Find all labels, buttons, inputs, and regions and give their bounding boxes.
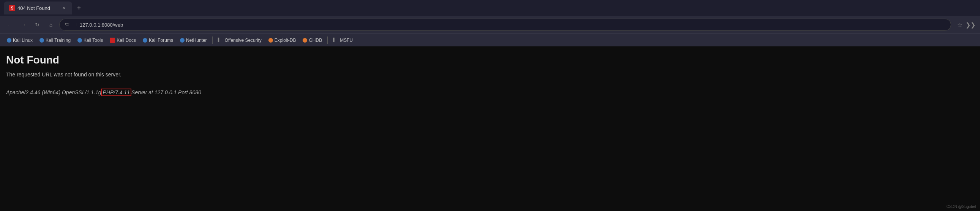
- bookmark-ghdb-label: GHDB: [309, 38, 322, 43]
- active-tab[interactable]: S 404 Not Found ×: [4, 2, 72, 14]
- new-tab-button[interactable]: +: [74, 3, 84, 13]
- nethunter-favicon: [180, 38, 185, 43]
- bookmark-msfu[interactable]: ▌ MSFU: [330, 36, 356, 45]
- bookmark-kali-forums[interactable]: Kali Forums: [140, 36, 176, 45]
- bookmark-nethunter[interactable]: NetHunter: [177, 36, 210, 45]
- kali-forums-favicon: [143, 38, 147, 43]
- bookmark-kali-forums-label: Kali Forums: [149, 38, 173, 43]
- bookmark-kali-tools[interactable]: Kali Tools: [75, 36, 106, 45]
- bookmark-offensive-security[interactable]: ▌ Offensive Security: [215, 36, 265, 45]
- msfu-favicon: ▌: [333, 38, 338, 43]
- bookmarks-bar: Kali Linux Kali Training Kali Tools Kali…: [0, 34, 980, 46]
- bookmarks-separator-2: [327, 37, 328, 44]
- back-button[interactable]: ←: [5, 19, 15, 30]
- bookmark-kali-docs[interactable]: Kali Docs: [107, 36, 139, 45]
- pocket-button[interactable]: ❯❯: [966, 21, 975, 29]
- page-content: Not Found The requested URL was not foun…: [0, 46, 980, 211]
- bookmark-offensive-security-label: Offensive Security: [225, 38, 262, 43]
- bookmarks-separator: [212, 37, 213, 44]
- bookmark-kali-linux-label: Kali Linux: [13, 38, 33, 43]
- bookmark-kali-tools-label: Kali Tools: [84, 38, 103, 43]
- forward-button[interactable]: →: [18, 19, 29, 30]
- address-bar[interactable]: 🛡 ☐ 127.0.0.1:8080/web: [59, 19, 951, 31]
- bookmark-star-button[interactable]: ☆: [957, 21, 963, 29]
- tab-title: 404 Not Found: [18, 5, 50, 11]
- page-subtitle: The requested URL was not found on this …: [6, 72, 974, 78]
- kali-docs-favicon: [110, 38, 115, 43]
- navigation-bar: ← → ↻ ⌂ 🛡 ☐ 127.0.0.1:8080/web ☆ ❯❯: [0, 16, 980, 34]
- server-info-after: Server at 127.0.0.1 Port 8080: [131, 90, 201, 96]
- server-info-before: Apache/2.4.46 (Win64) OpenSSL/1.1.1g: [6, 90, 101, 96]
- bookmark-exploit-db[interactable]: Exploit-DB: [266, 36, 299, 45]
- kali-tools-favicon: [78, 38, 82, 43]
- tab-bar: S 404 Not Found × +: [0, 0, 980, 16]
- bookmark-kali-linux[interactable]: Kali Linux: [4, 36, 36, 45]
- bookmark-ghdb[interactable]: GHDB: [299, 36, 325, 45]
- bookmark-nethunter-label: NetHunter: [186, 38, 207, 43]
- watermark: CSDN @Sugobet: [946, 205, 976, 209]
- kali-training-favicon: [40, 38, 44, 43]
- page-title: Not Found: [6, 54, 974, 66]
- refresh-button[interactable]: ↻: [32, 19, 43, 30]
- exploit-db-favicon: [269, 38, 273, 43]
- document-icon: ☐: [73, 22, 77, 27]
- bookmark-kali-training-label: Kali Training: [46, 38, 71, 43]
- tab-close-button[interactable]: ×: [61, 5, 67, 11]
- bookmark-kali-docs-label: Kali Docs: [116, 38, 136, 43]
- bookmark-kali-training[interactable]: Kali Training: [37, 36, 74, 45]
- bookmark-exploit-db-label: Exploit-DB: [275, 38, 296, 43]
- horizontal-divider: [6, 83, 974, 83]
- home-button[interactable]: ⌂: [46, 19, 56, 30]
- kali-linux-favicon: [7, 38, 11, 43]
- tab-favicon: S: [9, 5, 15, 11]
- bookmark-msfu-label: MSFU: [340, 38, 353, 43]
- shield-icon: 🛡: [65, 22, 70, 27]
- ghdb-favicon: [302, 38, 307, 43]
- server-info: Apache/2.4.46 (Win64) OpenSSL/1.1.1g PHP…: [6, 89, 974, 96]
- url-text: 127.0.0.1:8080/web: [80, 22, 123, 28]
- php-version-highlight: PHP/7.4.11: [101, 89, 131, 96]
- offensive-security-favicon: ▌: [218, 38, 223, 43]
